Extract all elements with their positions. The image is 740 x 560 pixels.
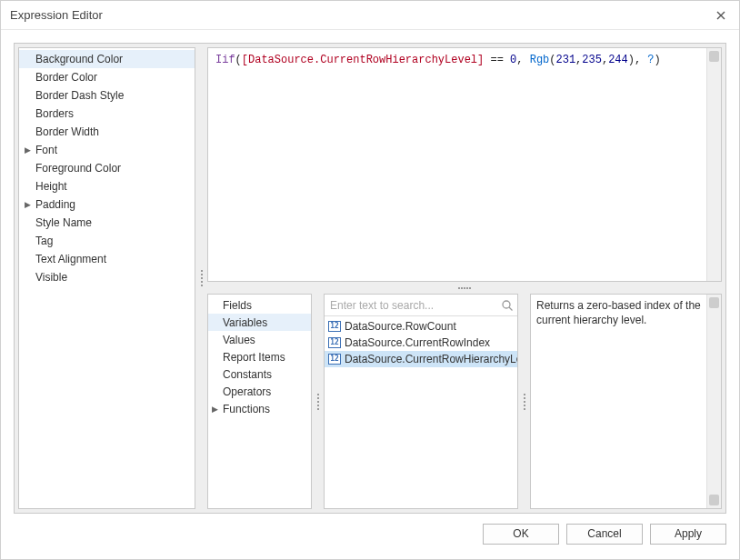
expression-token: (	[235, 54, 242, 66]
expression-token: ?	[647, 54, 654, 66]
titlebar: Expression Editor	[1, 1, 739, 30]
splitter-vertical[interactable]	[199, 47, 204, 509]
category-item[interactable]: Values	[208, 331, 311, 348]
search-row	[325, 295, 517, 316]
property-item[interactable]: Text Alignment	[19, 250, 195, 268]
category-item-label: Report Items	[223, 351, 285, 364]
variable-item-label: DataSource.CurrentRowIndex	[345, 336, 490, 349]
variable-item[interactable]: 12DataSource.CurrentRowHierarchyLevel	[325, 351, 517, 367]
content-area: Background ColorBorder ColorBorder Dash …	[1, 30, 739, 559]
chevron-right-icon[interactable]: ▶	[23, 200, 32, 209]
expression-token: 231	[556, 54, 576, 66]
variable-item-label: DataSource.RowCount	[345, 320, 456, 333]
variable-icon: 12	[328, 354, 341, 365]
property-item-label: Height	[35, 180, 67, 193]
property-item[interactable]: Border Dash Style	[19, 86, 195, 105]
expression-editor-window: Expression Editor Background ColorBorder…	[0, 0, 740, 560]
property-item-label: Tag	[35, 235, 53, 247]
property-item[interactable]: Style Name	[19, 214, 195, 232]
category-item[interactable]: Report Items	[208, 348, 311, 365]
description-text: Returns a zero-based index of the curren…	[531, 295, 706, 508]
variables-list[interactable]: 12DataSource.RowCount12DataSource.Curren…	[325, 316, 517, 508]
categories-panel[interactable]: FieldsVariablesValuesReport ItemsConstan…	[207, 294, 312, 509]
expression-token: [DataSource.CurrentRowHierarchyLevel]	[242, 54, 484, 66]
workarea: Background ColorBorder ColorBorder Dash …	[14, 43, 726, 514]
category-item[interactable]: Operators	[208, 383, 311, 400]
property-item-label: Font	[35, 144, 57, 156]
property-item-label: Foreground Color	[35, 162, 121, 175]
property-item[interactable]: ▶Font	[19, 141, 195, 159]
expression-input[interactable]: Iif([DataSource.CurrentRowHierarchyLevel…	[208, 48, 706, 281]
properties-panel[interactable]: Background ColorBorder ColorBorder Dash …	[18, 47, 195, 509]
variable-item[interactable]: 12DataSource.RowCount	[325, 318, 517, 335]
property-item-label: Background Color	[35, 53, 123, 65]
category-item-label: Functions	[223, 403, 270, 415]
variable-icon: 12	[328, 337, 341, 348]
property-item[interactable]: Foreground Color	[19, 159, 195, 177]
property-item[interactable]: Borders	[19, 105, 195, 123]
property-item-label: Padding	[35, 198, 75, 211]
property-item[interactable]: Height	[19, 177, 195, 195]
cancel-button[interactable]: Cancel	[566, 524, 643, 545]
expression-token: ,	[516, 54, 529, 66]
window-title: Expression Editor	[10, 8, 712, 22]
expression-token: ,	[635, 54, 647, 66]
property-item[interactable]: Border Width	[19, 123, 195, 141]
description-panel: Returns a zero-based index of the curren…	[530, 294, 722, 509]
category-item-label: Fields	[223, 299, 252, 312]
search-input[interactable]	[328, 298, 501, 313]
property-item-label: Border Width	[35, 125, 99, 138]
category-item-label: Values	[223, 334, 255, 346]
splitter-horizontal[interactable]	[207, 285, 722, 290]
expression-token: )	[628, 54, 635, 66]
variable-icon: 12	[328, 321, 341, 332]
apply-button[interactable]: Apply	[650, 524, 726, 545]
chevron-right-icon[interactable]: ▶	[211, 405, 219, 414]
bottom-row: FieldsVariablesValuesReport ItemsConstan…	[207, 294, 722, 509]
property-item[interactable]: Border Color	[19, 68, 195, 86]
category-item[interactable]: Constants	[208, 365, 311, 383]
variable-item-label: DataSource.CurrentRowHierarchyLevel	[345, 353, 517, 365]
right-column: Iif([DataSource.CurrentRowHierarchyLevel…	[207, 47, 722, 509]
button-row: OK Cancel Apply	[14, 514, 726, 546]
property-item-label: Border Dash Style	[35, 89, 124, 102]
ok-button[interactable]: OK	[483, 524, 559, 545]
expression-token: Iif	[215, 54, 235, 66]
expression-token: 235	[582, 54, 602, 66]
search-icon[interactable]	[501, 299, 514, 312]
property-item[interactable]: ▶Padding	[19, 195, 195, 214]
expression-token: Rgb	[530, 54, 550, 66]
category-item[interactable]: Variables	[208, 314, 311, 331]
category-item[interactable]: Fields	[208, 296, 311, 314]
variable-item[interactable]: 12DataSource.CurrentRowIndex	[325, 335, 517, 351]
svg-point-0	[503, 301, 510, 308]
property-item-label: Style Name	[35, 216, 92, 229]
property-item-label: Border Color	[35, 71, 97, 84]
category-item[interactable]: ▶Functions	[208, 400, 311, 417]
property-item-label: Visible	[35, 271, 67, 284]
expression-token: (	[549, 54, 555, 66]
close-icon[interactable]	[712, 6, 730, 25]
svg-line-1	[509, 307, 513, 311]
items-panel: 12DataSource.RowCount12DataSource.Curren…	[324, 294, 518, 509]
scrollbar-vertical[interactable]	[706, 48, 721, 281]
chevron-right-icon[interactable]: ▶	[23, 145, 32, 155]
property-item[interactable]: Background Color	[19, 50, 195, 68]
category-item-label: Constants	[223, 368, 272, 381]
scrollbar-vertical-2[interactable]	[706, 295, 721, 508]
property-item-label: Borders	[35, 107, 74, 120]
property-item[interactable]: Visible	[19, 268, 195, 286]
property-item-label: Text Alignment	[35, 253, 106, 265]
splitter-vertical-2[interactable]	[315, 294, 320, 509]
category-item-label: Variables	[223, 316, 267, 329]
category-item-label: Operators	[223, 385, 271, 398]
expression-token: ==	[484, 54, 510, 66]
splitter-vertical-3[interactable]	[522, 294, 526, 509]
expression-token: 244	[608, 54, 628, 66]
expression-text-panel: Iif([DataSource.CurrentRowHierarchyLevel…	[207, 47, 722, 282]
property-item[interactable]: Tag	[19, 232, 195, 250]
expression-token: )	[655, 54, 661, 66]
